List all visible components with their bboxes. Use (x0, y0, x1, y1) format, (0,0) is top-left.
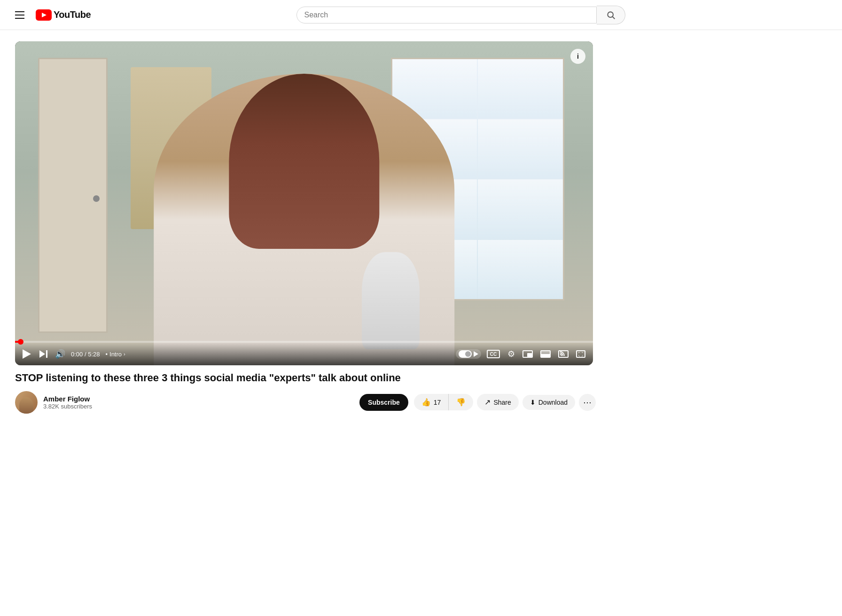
theater-button[interactable] (538, 348, 553, 360)
main-content: i 🔊 0:00 / (0, 30, 611, 436)
miniplayer-icon (522, 350, 533, 358)
subscriber-count: 3.82K subscribers (43, 403, 352, 410)
avatar-image (19, 397, 33, 414)
settings-button[interactable] (506, 347, 517, 361)
chapter-label[interactable]: • Intro › (105, 351, 125, 358)
chapter-chevron-icon: › (124, 351, 125, 357)
theater-icon (540, 350, 551, 358)
thumb-up-icon (421, 398, 431, 407)
search-button[interactable] (597, 6, 625, 24)
search-bar (296, 6, 625, 24)
captions-button[interactable]: CC (485, 348, 502, 360)
share-icon (484, 398, 491, 407)
scene-microphone (362, 252, 420, 349)
download-button[interactable]: Download (522, 395, 575, 410)
channel-row: Amber Figlow 3.82K subscribers Subscribe… (15, 391, 596, 414)
video-info-button[interactable]: i (570, 49, 585, 64)
channel-name[interactable]: Amber Figlow (43, 395, 352, 403)
more-options-button[interactable]: ⋯ (579, 394, 596, 411)
youtube-logo[interactable]: YouTube (36, 9, 91, 21)
youtube-wordmark: YouTube (54, 9, 91, 20)
scene-door (38, 58, 108, 333)
captions-icon: CC (487, 350, 500, 358)
play-button[interactable] (21, 347, 34, 361)
video-thumbnail (15, 41, 593, 365)
like-dislike-group: 17 (414, 394, 474, 410)
video-controls: 🔊 0:00 / 5:28 • Intro › (15, 343, 593, 365)
play-icon (23, 349, 32, 359)
thumb-down-icon (456, 398, 466, 407)
miniplayer-button[interactable] (521, 348, 535, 360)
video-player[interactable]: i 🔊 0:00 / (15, 41, 593, 365)
subscribe-button[interactable]: Subscribe (359, 394, 408, 411)
download-icon (530, 399, 536, 406)
svg-point-2 (608, 12, 613, 17)
cast-icon (558, 350, 569, 358)
volume-icon: 🔊 (55, 349, 65, 359)
download-label: Download (538, 399, 568, 406)
fullscreen-icon: ⛶ (576, 350, 585, 358)
autoplay-play-icon (474, 351, 478, 357)
fullscreen-button[interactable]: ⛶ (574, 348, 587, 360)
like-button[interactable]: 17 (414, 394, 449, 410)
hamburger-menu-button[interactable] (11, 8, 28, 23)
autoplay-toggle[interactable] (456, 349, 481, 359)
search-input[interactable] (297, 7, 596, 23)
settings-icon (507, 349, 515, 359)
more-options-icon: ⋯ (583, 397, 592, 408)
youtube-logo-icon (36, 9, 52, 21)
dislike-button[interactable] (449, 394, 473, 410)
skip-next-icon (39, 350, 47, 358)
action-buttons: 17 Share Download ⋯ (414, 394, 596, 411)
like-count: 17 (434, 399, 441, 406)
svg-line-3 (612, 16, 615, 19)
video-info-section: STOP listening to these three 3 things s… (15, 371, 596, 425)
channel-info: Amber Figlow 3.82K subscribers (43, 395, 352, 410)
volume-button[interactable]: 🔊 (53, 347, 67, 361)
toggle-knob (459, 350, 472, 358)
next-button[interactable] (38, 348, 49, 360)
site-header: YouTube (0, 0, 842, 30)
time-display: 0:00 / 5:28 (71, 351, 100, 358)
cast-button[interactable] (556, 348, 570, 360)
share-button[interactable]: Share (477, 394, 518, 410)
share-label: Share (493, 399, 511, 406)
channel-avatar[interactable] (15, 391, 38, 414)
video-title: STOP listening to these three 3 things s… (15, 371, 596, 385)
